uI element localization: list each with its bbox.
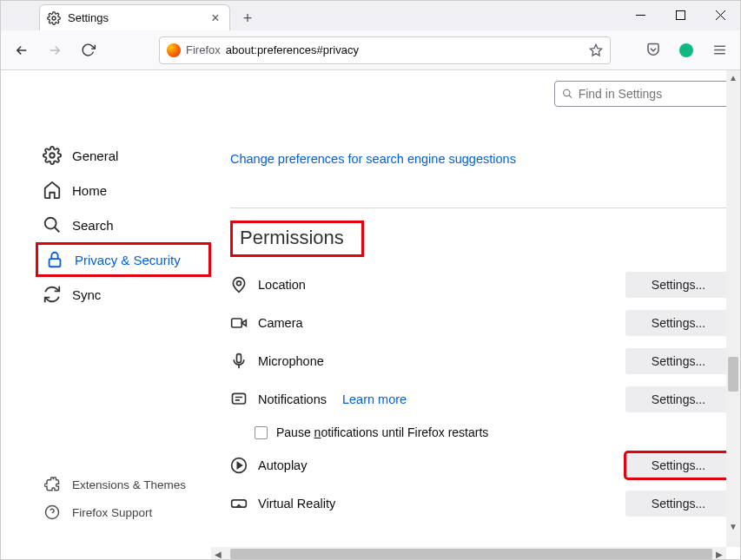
svg-line-17 [569, 96, 572, 98]
scroll-down-button[interactable]: ▼ [726, 519, 740, 533]
vertical-scrollbar[interactable]: ▲ ▼ [726, 70, 740, 547]
svg-rect-13 [50, 259, 61, 267]
sidebar-item-privacy[interactable]: Privacy & Security [36, 242, 211, 277]
sidebar-item-sync[interactable]: Sync [36, 277, 211, 312]
svg-point-16 [564, 89, 570, 96]
search-icon [43, 215, 62, 234]
url-text: about:preferences#privacy [226, 43, 359, 56]
horizontal-scrollbar-thumb[interactable] [230, 549, 712, 559]
section-title-box: Permissions [230, 221, 364, 257]
navbar: Firefox about:preferences#privacy [1, 30, 740, 70]
back-button[interactable] [8, 36, 36, 64]
pause-notifications-checkbox[interactable] [255, 426, 268, 439]
svg-point-18 [237, 281, 241, 286]
svg-rect-21 [237, 354, 241, 363]
scroll-left-button[interactable]: ◀ [211, 547, 225, 560]
permission-label: Location [258, 278, 306, 292]
svg-point-0 [52, 16, 56, 20]
svg-marker-25 [237, 463, 241, 469]
new-tab-button[interactable]: + [235, 6, 260, 30]
settings-button-notifications[interactable]: Settings... [625, 386, 731, 412]
permission-row-vr: Virtual Reality Settings... [230, 484, 731, 523]
permission-row-notifications: Notifications Learn more Settings... [230, 380, 731, 418]
scroll-right-button[interactable]: ▶ [712, 547, 726, 560]
home-icon [43, 181, 62, 200]
settings-button-autoplay[interactable]: Settings... [625, 452, 731, 478]
svg-rect-2 [676, 10, 685, 19]
forward-button[interactable] [41, 36, 69, 64]
sync-icon [43, 285, 62, 304]
autoplay-icon [230, 457, 248, 474]
firefox-logo-icon [167, 43, 181, 57]
permission-label: Microphone [258, 354, 324, 368]
gear-icon [47, 11, 61, 25]
permission-label: Camera [258, 316, 303, 330]
main-panel: Change preferences for search engine sug… [211, 70, 740, 547]
svg-rect-19 [232, 319, 242, 327]
url-bar[interactable]: Firefox about:preferences#privacy [159, 36, 611, 64]
sidebar-item-extensions[interactable]: Extensions & Themes [36, 471, 211, 498]
find-in-settings[interactable] [554, 81, 738, 107]
pocket-icon[interactable] [639, 36, 667, 64]
sidebar-item-label: Search [72, 218, 114, 233]
vertical-scrollbar-thumb[interactable] [728, 357, 738, 392]
titlebar: Settings × + [1, 1, 740, 30]
horizontal-scrollbar[interactable]: ◀ ▶ [211, 547, 726, 560]
learn-more-link[interactable]: Learn more [342, 392, 407, 406]
close-icon[interactable]: × [208, 11, 222, 25]
sidebar-item-label: Extensions & Themes [72, 478, 186, 491]
sidebar: General Home Search Privacy & Security S… [1, 70, 211, 547]
vr-icon [230, 495, 248, 512]
maximize-button[interactable] [660, 1, 700, 29]
extension-icon[interactable] [672, 36, 700, 64]
puzzle-icon [43, 475, 62, 494]
pause-notifications-row: Pause notifications until Firefox restar… [230, 418, 731, 446]
permission-row-location: Location Settings... [230, 266, 731, 304]
settings-button-microphone[interactable]: Settings... [625, 348, 731, 374]
svg-line-12 [55, 227, 60, 233]
permission-row-autoplay: Autoplay Settings... [230, 446, 731, 484]
sidebar-item-home[interactable]: Home [36, 173, 211, 208]
permission-label: Autoplay [258, 458, 307, 472]
tab-title: Settings [68, 11, 202, 24]
sidebar-item-support[interactable]: Firefox Support [36, 498, 211, 526]
sidebar-item-label: Sync [72, 287, 101, 302]
permission-row-camera: Camera Settings... [230, 304, 731, 342]
svg-point-6 [679, 43, 693, 57]
gear-icon [43, 146, 62, 165]
lock-icon [45, 250, 64, 269]
settings-button-vr[interactable]: Settings... [625, 491, 731, 517]
menu-button[interactable] [705, 36, 733, 64]
sidebar-item-general[interactable]: General [36, 138, 211, 173]
window-controls [620, 1, 740, 29]
content-area: General Home Search Privacy & Security S… [1, 70, 740, 547]
svg-rect-23 [233, 393, 246, 404]
search-icon [562, 88, 573, 100]
bookmark-star-icon[interactable] [589, 43, 603, 57]
search-suggestions-link[interactable]: Change preferences for search engine sug… [230, 152, 731, 166]
close-button[interactable] [700, 1, 740, 29]
svg-rect-26 [232, 500, 247, 507]
reload-button[interactable] [74, 36, 102, 64]
settings-button-camera[interactable]: Settings... [625, 310, 731, 336]
notifications-icon [230, 391, 248, 408]
settings-button-location[interactable]: Settings... [625, 272, 731, 298]
sidebar-item-label: Firefox Support [72, 506, 152, 519]
microphone-icon [230, 352, 248, 370]
sidebar-item-label: Privacy & Security [75, 253, 181, 267]
pause-notifications-label: Pause notifications until Firefox restar… [276, 425, 488, 439]
sidebar-item-search[interactable]: Search [36, 208, 211, 242]
section-title: Permissions [240, 227, 344, 248]
help-icon [43, 503, 62, 522]
minimize-button[interactable] [620, 1, 660, 29]
sidebar-item-label: General [72, 148, 118, 163]
browser-tab[interactable]: Settings × [39, 4, 230, 30]
permission-label: Notifications [258, 392, 327, 406]
search-input[interactable] [579, 87, 731, 101]
permission-row-microphone: Microphone Settings... [230, 342, 731, 380]
svg-marker-5 [590, 44, 601, 56]
url-identity: Firefox [186, 43, 221, 56]
scroll-up-button[interactable]: ▲ [726, 70, 740, 84]
camera-icon [230, 314, 248, 332]
sidebar-item-label: Home [72, 183, 107, 198]
